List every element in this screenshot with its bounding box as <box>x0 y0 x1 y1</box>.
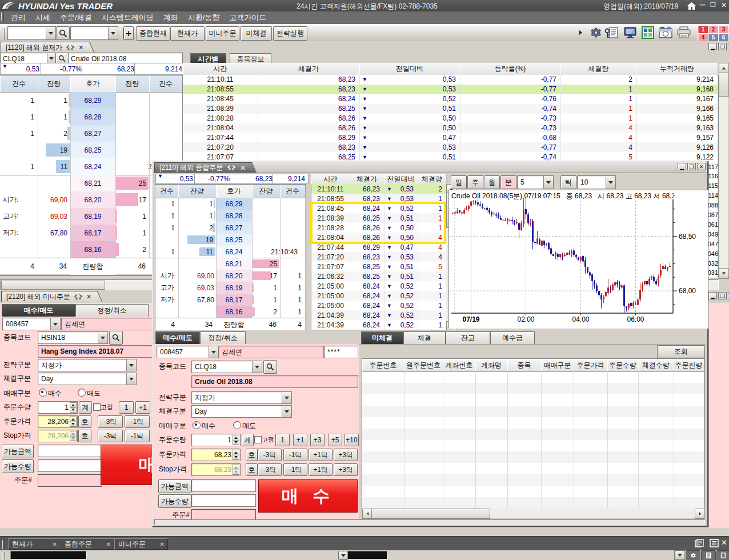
combo-dropdown-button[interactable] <box>46 27 55 39</box>
tab-2110-buy-sell[interactable]: 매수/매도 <box>155 331 200 344</box>
screen-slot-2[interactable]: 2 <box>708 25 719 34</box>
combo-dropdown-button[interactable] <box>126 359 136 371</box>
ask-price[interactable]: 68,27 <box>70 125 115 142</box>
candlestick-chart[interactable]: 68,5068,0007/1902:0004:0006:00 Crude Oil… <box>448 190 708 329</box>
spin-down-button[interactable] <box>233 470 239 475</box>
order2110-fix-checkbox[interactable] <box>254 436 262 443</box>
spin-up-button[interactable] <box>233 450 239 455</box>
menu-6[interactable]: 시황/동향 <box>188 13 220 23</box>
ts-row[interactable]: 21:06:3268,25▼0,511 <box>311 271 446 281</box>
home-icon[interactable] <box>687 2 696 10</box>
order2120-tif-combo[interactable]: Day <box>38 373 137 385</box>
link-swap-icon[interactable] <box>227 165 236 170</box>
screen-slot-5[interactable]: 5 <box>708 33 719 42</box>
combo-dropdown-button[interactable] <box>543 176 553 189</box>
link-swap-icon[interactable] <box>74 294 83 299</box>
ts-row[interactable]: 21:08:4568,24▼0,52-0,7619,167 <box>183 94 718 104</box>
order2110-account-name[interactable]: 김세연 <box>218 346 324 358</box>
combo-dropdown-button[interactable] <box>98 332 107 343</box>
order2120-amt-button[interactable]: 가능금액 <box>2 445 34 458</box>
combo-dropdown-button[interactable] <box>126 373 136 385</box>
bid-price[interactable]: 68,20 <box>70 191 115 208</box>
scroll-right-button[interactable] <box>695 509 705 519</box>
app-minimize-button[interactable]: — <box>699 1 706 9</box>
ts-row[interactable]: 21:05:0068,24▼0,521 <box>311 281 446 291</box>
screen-slot-1[interactable]: 1 <box>698 25 708 34</box>
spin-down-button[interactable] <box>233 455 239 461</box>
order2110-qty-input[interactable]: 1 <box>191 434 241 446</box>
order2110-password[interactable]: **** <box>324 346 358 358</box>
symbol-search-button[interactable] <box>56 26 70 40</box>
grid-hscrollbar[interactable] <box>362 509 704 518</box>
order2110-aqty-button[interactable]: 가능수량 <box>158 494 191 508</box>
ts-row[interactable]: 21:08:3968,25▼0,51-0,7419,166 <box>183 104 718 114</box>
taskbar-window-1[interactable]: 현재가✕ <box>8 538 61 550</box>
order2110-stop-tick-1[interactable]: -1틱 <box>283 463 307 476</box>
add-button[interactable]: + <box>123 26 134 40</box>
ask-price[interactable]: 68,27 <box>216 222 252 234</box>
combo-dropdown-button[interactable] <box>209 346 218 358</box>
screen-slot-4[interactable]: 4 <box>698 33 708 42</box>
scroll-thumb[interactable] <box>371 509 490 519</box>
menu-2[interactable]: 시세 <box>35 13 50 23</box>
taskbar-close-icon[interactable]: ✕ <box>721 538 727 547</box>
win2110-minimize-button[interactable]: ▁ <box>678 163 686 170</box>
order2110-qty-preset-+1[interactable]: +1 <box>293 434 307 446</box>
order2110-radio-sell[interactable] <box>233 421 241 429</box>
combo-dropdown-button[interactable] <box>108 27 118 39</box>
order2110-price-ho-button[interactable]: 호 <box>246 449 258 461</box>
window-tab-2120[interactable]: [2120] 해외 미니주문 ✕ <box>1 291 95 302</box>
order2120-price-tick-1[interactable]: -1틱 <box>125 415 150 428</box>
menu-3[interactable]: 주문/체결 <box>60 13 92 23</box>
toolbar-button-3[interactable]: 미니주문 <box>206 26 239 41</box>
order2110-buy-button[interactable]: 매 수 <box>258 479 358 513</box>
spin-down-button[interactable] <box>70 436 77 442</box>
settings-gear-icon[interactable] <box>588 26 602 39</box>
ts-row[interactable]: 21:08:0468,26▼0,504 <box>311 233 446 242</box>
order2110-qty-preset-+10[interactable]: +10 <box>345 434 359 446</box>
menu-4[interactable]: 시스템트레이딩 <box>102 13 154 23</box>
combo-dropdown-button[interactable] <box>282 392 291 403</box>
bid-price[interactable]: 68,20 <box>216 270 252 282</box>
spin-down-button[interactable] <box>233 440 239 446</box>
ts-row[interactable]: 21:07:4468,29▼0,47-0,6849,157 <box>183 133 718 142</box>
order2120-price-ho-button[interactable]: 호 <box>78 415 91 428</box>
combo-dropdown-button[interactable] <box>606 176 615 189</box>
order2110-price-tick-2[interactable]: +1틱 <box>309 449 333 461</box>
chart-period-week[interactable]: 주 <box>467 175 483 189</box>
tab-2110-open-orders[interactable]: 미체결 <box>361 331 403 344</box>
order2110-stop-input[interactable]: 68,23 <box>191 463 241 476</box>
order2110-stop-tick-2[interactable]: +1틱 <box>309 463 333 476</box>
order2110-code-search-button[interactable] <box>263 360 277 374</box>
chart-period-month[interactable]: 월 <box>484 175 500 189</box>
toolbar-button-4[interactable]: 미체결 <box>241 26 272 41</box>
order2110-price-input[interactable]: 68,23 <box>191 449 241 461</box>
tab-2120-modify-cancel[interactable]: 정정/취소 <box>75 304 149 317</box>
spin-up-button[interactable] <box>233 435 239 440</box>
order2110-price-tick-0[interactable]: -3틱 <box>258 449 282 461</box>
link-swap-icon[interactable] <box>66 45 75 50</box>
printer-icon[interactable] <box>676 26 692 39</box>
monitor-icon[interactable] <box>623 26 638 39</box>
ask-price[interactable]: 68,28 <box>70 109 115 125</box>
window-tab-2110[interactable]: [2110] 해외 종합주문 ✕ <box>154 162 250 173</box>
order2110-tif-combo[interactable]: Day <box>191 405 292 418</box>
order2120-radio-sell[interactable] <box>78 389 86 397</box>
win2120-minimize-button[interactable]: ▁ <box>708 292 717 299</box>
order2110-strategy-combo[interactable]: 지정가 <box>191 391 292 404</box>
ask-price[interactable]: 68,25 <box>70 142 115 158</box>
taskbar-list-icon[interactable] <box>710 539 719 547</box>
order2120-order-no[interactable] <box>38 474 102 487</box>
menu-grip[interactable] <box>1 13 4 21</box>
chart-period-minute[interactable]: 분 <box>500 175 516 189</box>
spin-up-button[interactable] <box>70 431 77 436</box>
ts-row[interactable]: 21:08:2868,26▼0,501 <box>311 223 446 233</box>
bid-price[interactable]: 68,16 <box>216 306 252 318</box>
order2110-qty-preset-+3[interactable]: +3 <box>310 434 325 446</box>
order2110-account-combo[interactable]: 008457 <box>157 346 219 358</box>
window-tab-2120-close-icon[interactable]: ✕ <box>86 293 91 301</box>
order2120-qty-preset-+1[interactable]: +1 <box>135 401 150 414</box>
ts-row[interactable]: 21:08:2868,26▼0,50-0,7319,165 <box>183 114 718 123</box>
scroll-thumb[interactable] <box>719 73 729 97</box>
ask-price[interactable]: 68,25 <box>216 234 252 246</box>
